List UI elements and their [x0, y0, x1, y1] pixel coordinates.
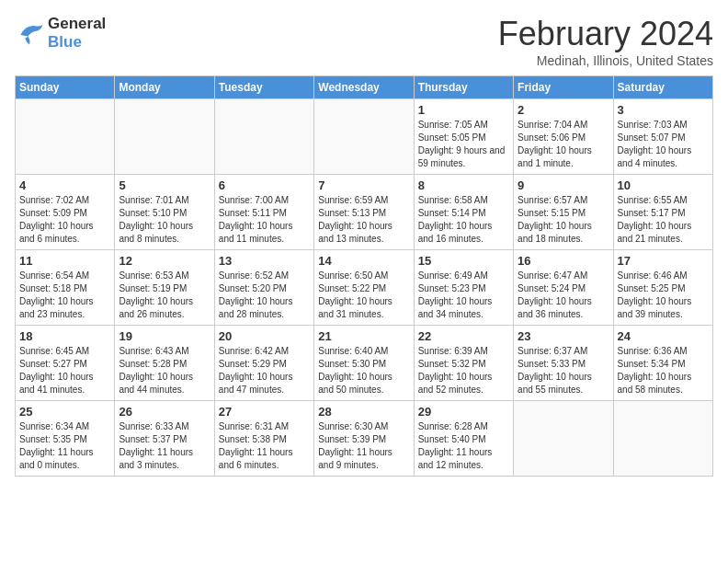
- day-number: 3: [618, 103, 709, 117]
- day-detail: Sunrise: 6:34 AMSunset: 5:35 PMDaylight:…: [19, 420, 110, 472]
- day-detail: Sunrise: 6:36 AMSunset: 5:34 PMDaylight:…: [618, 345, 709, 396]
- col-header-monday: Monday: [115, 76, 214, 99]
- day-detail: Sunrise: 6:59 AMSunset: 5:13 PMDaylight:…: [318, 194, 409, 246]
- day-number: 6: [219, 178, 310, 192]
- day-detail: Sunrise: 6:50 AMSunset: 5:22 PMDaylight:…: [318, 270, 409, 321]
- header: General Blue February 2024 Medinah, Illi…: [15, 15, 713, 68]
- calendar-cell: 20Sunrise: 6:42 AMSunset: 5:29 PMDayligh…: [214, 326, 313, 401]
- calendar-cell: 5Sunrise: 7:01 AMSunset: 5:10 PMDaylight…: [115, 175, 214, 250]
- day-number: 21: [318, 329, 409, 343]
- day-detail: Sunrise: 6:37 AMSunset: 5:33 PMDaylight:…: [518, 345, 609, 396]
- calendar-cell: [214, 99, 313, 175]
- day-detail: Sunrise: 6:45 AMSunset: 5:27 PMDaylight:…: [19, 345, 110, 396]
- day-detail: Sunrise: 6:46 AMSunset: 5:25 PMDaylight:…: [618, 270, 709, 321]
- day-detail: Sunrise: 7:02 AMSunset: 5:09 PMDaylight:…: [19, 194, 110, 246]
- day-number: 27: [219, 405, 310, 419]
- day-number: 24: [618, 329, 709, 343]
- day-number: 29: [418, 405, 509, 419]
- col-header-thursday: Thursday: [414, 76, 513, 99]
- calendar-cell: 8Sunrise: 6:58 AMSunset: 5:14 PMDaylight…: [414, 175, 513, 250]
- calendar-cell: 17Sunrise: 6:46 AMSunset: 5:25 PMDayligh…: [613, 250, 712, 326]
- calendar-week-row: 1Sunrise: 7:05 AMSunset: 5:05 PMDaylight…: [16, 99, 713, 175]
- day-number: 2: [518, 103, 609, 117]
- logo: General Blue: [15, 15, 106, 52]
- calendar-cell: 4Sunrise: 7:02 AMSunset: 5:09 PMDaylight…: [16, 175, 115, 250]
- col-header-saturday: Saturday: [613, 76, 712, 99]
- calendar-cell: 1Sunrise: 7:05 AMSunset: 5:05 PMDaylight…: [414, 99, 513, 175]
- day-detail: Sunrise: 6:52 AMSunset: 5:20 PMDaylight:…: [219, 270, 310, 321]
- calendar-cell: [16, 99, 115, 175]
- calendar-cell: 22Sunrise: 6:39 AMSunset: 5:32 PMDayligh…: [414, 326, 513, 401]
- day-detail: Sunrise: 6:53 AMSunset: 5:19 PMDaylight:…: [119, 270, 210, 321]
- calendar-cell: 10Sunrise: 6:55 AMSunset: 5:17 PMDayligh…: [613, 175, 712, 250]
- day-number: 23: [518, 329, 609, 343]
- calendar-week-row: 25Sunrise: 6:34 AMSunset: 5:35 PMDayligh…: [16, 401, 713, 477]
- day-number: 4: [19, 178, 110, 192]
- calendar-cell: 14Sunrise: 6:50 AMSunset: 5:22 PMDayligh…: [314, 250, 414, 326]
- calendar-cell: 11Sunrise: 6:54 AMSunset: 5:18 PMDayligh…: [16, 250, 115, 326]
- day-number: 25: [19, 405, 110, 419]
- day-number: 16: [518, 254, 609, 268]
- day-detail: Sunrise: 6:54 AMSunset: 5:18 PMDaylight:…: [19, 270, 110, 321]
- calendar-cell: 27Sunrise: 6:31 AMSunset: 5:38 PMDayligh…: [214, 401, 313, 477]
- day-number: 19: [119, 329, 210, 343]
- day-detail: Sunrise: 7:01 AMSunset: 5:10 PMDaylight:…: [119, 194, 210, 246]
- day-detail: Sunrise: 6:57 AMSunset: 5:15 PMDaylight:…: [518, 194, 609, 246]
- calendar-cell: 15Sunrise: 6:49 AMSunset: 5:23 PMDayligh…: [414, 250, 513, 326]
- title-area: February 2024 Medinah, Illinois, United …: [498, 15, 713, 68]
- day-detail: Sunrise: 6:30 AMSunset: 5:39 PMDaylight:…: [318, 420, 409, 472]
- day-number: 26: [119, 405, 210, 419]
- calendar-cell: 7Sunrise: 6:59 AMSunset: 5:13 PMDaylight…: [314, 175, 414, 250]
- calendar-cell: 18Sunrise: 6:45 AMSunset: 5:27 PMDayligh…: [16, 326, 115, 401]
- day-detail: Sunrise: 6:31 AMSunset: 5:38 PMDaylight:…: [219, 420, 310, 472]
- calendar-cell: [115, 99, 214, 175]
- day-number: 15: [418, 254, 509, 268]
- day-number: 22: [418, 329, 509, 343]
- calendar-cell: 16Sunrise: 6:47 AMSunset: 5:24 PMDayligh…: [514, 250, 613, 326]
- day-detail: Sunrise: 6:55 AMSunset: 5:17 PMDaylight:…: [618, 194, 709, 246]
- day-number: 1: [418, 103, 509, 117]
- col-header-tuesday: Tuesday: [214, 76, 313, 99]
- calendar-cell: 19Sunrise: 6:43 AMSunset: 5:28 PMDayligh…: [115, 326, 214, 401]
- day-detail: Sunrise: 6:33 AMSunset: 5:37 PMDaylight:…: [119, 420, 210, 472]
- calendar-cell: 6Sunrise: 7:00 AMSunset: 5:11 PMDaylight…: [214, 175, 313, 250]
- day-detail: Sunrise: 6:58 AMSunset: 5:14 PMDaylight:…: [418, 194, 509, 246]
- day-number: 11: [19, 254, 110, 268]
- calendar-cell: [514, 401, 613, 477]
- col-header-sunday: Sunday: [16, 76, 115, 99]
- day-number: 28: [318, 405, 409, 419]
- logo-text: General Blue: [48, 15, 106, 52]
- day-number: 17: [618, 254, 709, 268]
- day-number: 8: [418, 178, 509, 192]
- calendar-cell: 21Sunrise: 6:40 AMSunset: 5:30 PMDayligh…: [314, 326, 414, 401]
- calendar-cell: 12Sunrise: 6:53 AMSunset: 5:19 PMDayligh…: [115, 250, 214, 326]
- day-number: 7: [318, 178, 409, 192]
- calendar-week-row: 4Sunrise: 7:02 AMSunset: 5:09 PMDaylight…: [16, 175, 713, 250]
- day-detail: Sunrise: 7:04 AMSunset: 5:06 PMDaylight:…: [518, 119, 609, 170]
- calendar-cell: 3Sunrise: 7:03 AMSunset: 5:07 PMDaylight…: [613, 99, 712, 175]
- day-detail: Sunrise: 6:40 AMSunset: 5:30 PMDaylight:…: [318, 345, 409, 396]
- day-detail: Sunrise: 6:42 AMSunset: 5:29 PMDaylight:…: [219, 345, 310, 396]
- day-number: 9: [518, 178, 609, 192]
- calendar-cell: [613, 401, 712, 477]
- calendar-cell: 2Sunrise: 7:04 AMSunset: 5:06 PMDaylight…: [514, 99, 613, 175]
- day-detail: Sunrise: 6:28 AMSunset: 5:40 PMDaylight:…: [418, 420, 509, 472]
- col-header-wednesday: Wednesday: [314, 76, 414, 99]
- day-detail: Sunrise: 7:03 AMSunset: 5:07 PMDaylight:…: [618, 119, 709, 170]
- day-number: 12: [119, 254, 210, 268]
- calendar-cell: 24Sunrise: 6:36 AMSunset: 5:34 PMDayligh…: [613, 326, 712, 401]
- logo-bird-icon: [15, 20, 44, 46]
- day-number: 14: [318, 254, 409, 268]
- day-detail: Sunrise: 6:47 AMSunset: 5:24 PMDaylight:…: [518, 270, 609, 321]
- col-header-friday: Friday: [514, 76, 613, 99]
- day-detail: Sunrise: 6:43 AMSunset: 5:28 PMDaylight:…: [119, 345, 210, 396]
- day-number: 5: [119, 178, 210, 192]
- calendar-cell: 28Sunrise: 6:30 AMSunset: 5:39 PMDayligh…: [314, 401, 414, 477]
- calendar-cell: 13Sunrise: 6:52 AMSunset: 5:20 PMDayligh…: [214, 250, 313, 326]
- calendar-cell: 23Sunrise: 6:37 AMSunset: 5:33 PMDayligh…: [514, 326, 613, 401]
- calendar-week-row: 11Sunrise: 6:54 AMSunset: 5:18 PMDayligh…: [16, 250, 713, 326]
- calendar-week-row: 18Sunrise: 6:45 AMSunset: 5:27 PMDayligh…: [16, 326, 713, 401]
- calendar-cell: 25Sunrise: 6:34 AMSunset: 5:35 PMDayligh…: [16, 401, 115, 477]
- calendar-table: SundayMondayTuesdayWednesdayThursdayFrid…: [15, 75, 713, 477]
- day-detail: Sunrise: 6:39 AMSunset: 5:32 PMDaylight:…: [418, 345, 509, 396]
